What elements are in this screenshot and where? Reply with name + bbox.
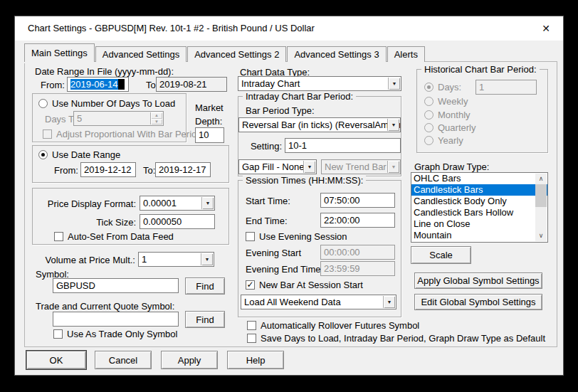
dropdown-arrow-button[interactable]: ▼ <box>201 197 214 209</box>
end-time-input[interactable]: 22:00:00 <box>320 213 395 228</box>
spinner[interactable]: ▲▼ <box>150 112 162 125</box>
setting-label: Setting: <box>242 141 282 152</box>
volume-mult-select[interactable]: 1 ▼ <box>138 252 214 267</box>
help-button[interactable]: Help <box>227 351 284 369</box>
tab-advanced-settings[interactable]: Advanced Settings <box>95 46 186 62</box>
new-trend-bar-select[interactable]: New Trend Bar W ▼ <box>321 159 401 174</box>
trade-symbol-find-button[interactable]: Find <box>185 311 225 328</box>
weekly-radio[interactable]: Weekly <box>424 96 468 107</box>
ok-button[interactable]: OK <box>26 351 86 369</box>
list-item[interactable]: OHLC Bars <box>411 173 547 184</box>
dropdown-arrow-button[interactable]: ▼ <box>388 78 400 90</box>
use-date-range-radio[interactable]: Use Date Range <box>38 149 120 160</box>
save-defaults-checkbox[interactable]: Save Days to Load, Intraday Bar Period, … <box>247 333 545 344</box>
list-item-selected[interactable]: Candlestick Bars <box>411 184 547 196</box>
price-display-format-select[interactable]: 0.00001 ▼ <box>140 196 215 211</box>
dropdown-arrow-button[interactable]: ▼ <box>303 161 315 173</box>
text-cursor <box>118 79 125 90</box>
file-to-date-input[interactable]: 2019-08-21 <box>156 77 227 92</box>
apply-global-symbol-settings-button[interactable]: Apply Global Symbol Settings <box>414 272 542 289</box>
checkbox-icon <box>247 321 256 330</box>
weekend-data-select[interactable]: Load All Weekend Data ▼ <box>241 295 396 309</box>
cancel-button[interactable]: Cancel <box>95 351 152 369</box>
end-time-label: End Time: <box>246 216 288 226</box>
list-item[interactable]: Candlestick Bars Hollow <box>411 207 547 218</box>
list-item[interactable]: Candlestick Body Only <box>411 196 547 207</box>
tab-alerts[interactable]: Alerts <box>387 46 425 62</box>
tick-size-input[interactable]: 0.000050 <box>140 214 215 229</box>
setting-input[interactable]: 10-1 <box>285 138 401 153</box>
chart-data-type-select[interactable]: Intraday Chart ▼ <box>238 76 401 91</box>
radio-icon <box>38 150 48 159</box>
monthly-radio-label: Monthly <box>438 110 471 120</box>
dropdown-arrow-button[interactable]: ▼ <box>383 296 395 308</box>
trade-only-label: Use As Trade Only Symbol <box>67 329 177 339</box>
historical-days-input[interactable]: 1 <box>475 80 537 95</box>
scale-button[interactable]: Scale <box>411 246 471 264</box>
file-from-date-input[interactable]: 2019-06-14 <box>67 77 129 92</box>
tab-main-settings[interactable]: Main Settings <box>24 43 95 62</box>
dropdown-arrow-icon: ▼ <box>392 122 396 127</box>
range-to-input[interactable]: 2019-12-17 <box>155 162 211 177</box>
dropdown-arrow-button[interactable]: ▼ <box>201 253 213 265</box>
range-from-input[interactable]: 2019-12-12 <box>80 162 136 177</box>
scroll-down-icon[interactable]: ∨ <box>535 231 547 241</box>
evening-start-label: Evening Start <box>246 248 301 258</box>
list-item[interactable]: Line on Close <box>411 218 547 230</box>
date-range-in-file-label: Date Range In File (yyyy-mm-dd): <box>35 66 174 77</box>
bar-period-type-value: Reversal Bar (in ticks) (ReversalAmoun <box>242 120 401 130</box>
use-evening-session-checkbox[interactable]: Use Evening Session <box>246 231 347 242</box>
trade-only-checkbox[interactable]: Use As Trade Only Symbol <box>53 329 177 339</box>
chart-settings-dialog: Chart Settings - GBPUSD[M] Rev. 10t-1 #2… <box>14 16 564 376</box>
dropdown-arrow-icon: ▼ <box>206 201 211 206</box>
historical-bar-period-group: Historical Chart Bar Period: Days: 1 Wee… <box>416 69 548 153</box>
symbol-find-button[interactable]: Find <box>185 277 225 295</box>
bar-period-type-select[interactable]: Reversal Bar (in ticks) (ReversalAmoun ▼ <box>238 117 401 132</box>
radio-icon <box>424 110 434 120</box>
edit-global-symbol-settings-button[interactable]: Edit Global Symbol Settings <box>414 294 542 310</box>
tab-advanced-settings-3[interactable]: Advanced Settings 3 <box>287 46 386 62</box>
spinner-down-icon[interactable]: ▼ <box>151 119 162 125</box>
dropdown-arrow-icon: ▼ <box>387 300 392 304</box>
days-radio[interactable]: Days: <box>424 82 461 92</box>
dropdown-arrow-button[interactable]: ▼ <box>387 119 399 131</box>
close-icon[interactable]: ✕ <box>537 21 555 36</box>
evening-start-input[interactable]: 00:00:00 <box>320 245 395 260</box>
monthly-radio[interactable]: Monthly <box>424 110 471 120</box>
gap-fill-select[interactable]: Gap Fill - None ▼ <box>238 159 317 174</box>
use-number-of-days-label: Use Number Of Days To Load <box>52 98 175 109</box>
adjust-proportional-checkbox[interactable]: Adjust Proportional With Bar Period <box>43 129 201 139</box>
new-bar-at-session-start-checkbox[interactable]: ✓ New Bar At Session Start <box>246 280 363 290</box>
yearly-radio[interactable]: Yearly <box>424 135 463 146</box>
evening-end-input[interactable]: 23:59:59 <box>320 261 395 276</box>
scrollbar[interactable]: ∧ ∨ <box>535 174 547 241</box>
title-bar[interactable]: Chart Settings - GBPUSD[M] Rev. 10t-1 #2… <box>15 16 563 41</box>
graph-draw-type-listbox[interactable]: OHLC Bars Candlestick Bars Candlestick B… <box>411 172 548 243</box>
price-display-format-label: Price Display Format: <box>47 198 136 209</box>
use-number-of-days-radio[interactable]: Use Number Of Days To Load <box>38 98 175 109</box>
checkbox-icon: ✓ <box>246 280 255 290</box>
symbol-input[interactable]: GBPUSD <box>53 278 179 293</box>
start-time-input[interactable]: 07:50:00 <box>320 193 395 208</box>
session-times-group-label: Session Times (HH:MM:SS): <box>243 175 366 186</box>
rollover-futures-checkbox[interactable]: Automatically Rollover Futures Symbol <box>247 320 419 331</box>
use-date-range-group: Use Date Range From: 2019-12-12 To: 2019… <box>32 145 229 183</box>
days-to-load-value: 5 <box>77 113 82 124</box>
days-to-load-input[interactable]: 5 ▲▼ <box>73 111 164 126</box>
list-item[interactable]: Mountain <box>411 230 547 241</box>
quarterly-radio[interactable]: Quarterly <box>424 122 475 133</box>
spinner-up-icon[interactable]: ▲ <box>151 112 162 119</box>
checkbox-icon <box>54 232 63 241</box>
new-bar-at-session-start-label: New Bar At Session Start <box>259 280 363 290</box>
autoset-checkbox[interactable]: Auto-Set From Data Feed <box>54 231 174 242</box>
autoset-label: Auto-Set From Data Feed <box>68 231 174 242</box>
tab-advanced-settings-2[interactable]: Advanced Settings 2 <box>187 46 286 62</box>
scroll-up-icon[interactable]: ∧ <box>535 174 547 184</box>
scrollbar-thumb[interactable] <box>535 184 547 207</box>
apply-button[interactable]: Apply <box>161 351 218 369</box>
trade-symbol-input[interactable] <box>53 312 179 327</box>
weekly-radio-label: Weekly <box>438 96 468 107</box>
bar-period-type-label: Bar Period Type: <box>246 105 315 116</box>
radio-icon <box>424 123 434 132</box>
market-depth-input[interactable]: 10 <box>195 127 224 143</box>
